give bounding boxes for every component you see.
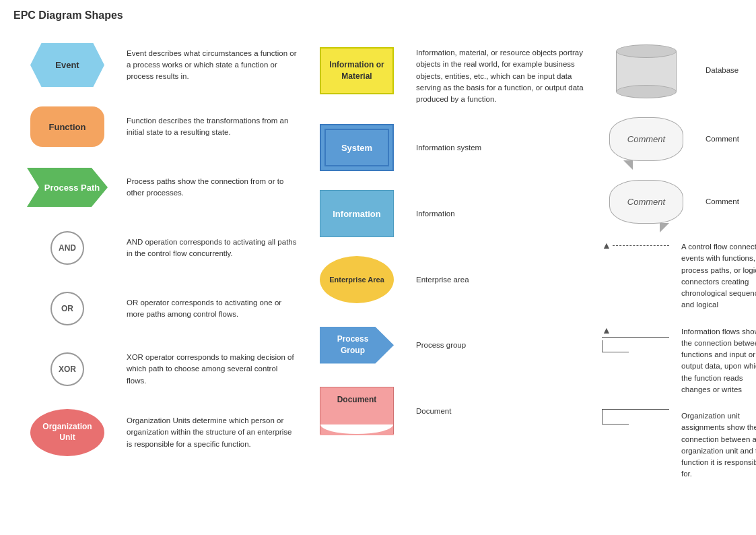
function-row: Function Function describes the transfor… — [13, 96, 303, 157]
db-top — [616, 44, 677, 58]
ou-bracket-left — [602, 410, 629, 424]
event-shape: Event — [30, 43, 104, 87]
infomaterial-desc: Information, material, or resource objec… — [411, 47, 587, 105]
db-bottom — [616, 85, 677, 98]
function-shape-cell: Function — [13, 106, 121, 147]
system-shape-cell: System — [303, 124, 411, 171]
document-label: Document — [320, 395, 394, 404]
comment1-shape: Comment — [609, 117, 683, 161]
or-row: OR OR operator corresponds to activating… — [13, 278, 303, 339]
document-row: Document Document — [303, 377, 592, 445]
comment1-row: Comment Comment — [592, 108, 756, 170]
document-shape-cell: Document — [303, 387, 411, 435]
event-desc: Event describes what circumstances a fun… — [121, 48, 298, 83]
infoflow-shape-cell: ▲ — [595, 325, 676, 352]
orgunit-desc: Organization Units determine which perso… — [121, 415, 298, 450]
comment1-label: Comment — [627, 134, 665, 144]
controlflow-row: ▲ A control flow connects events with fu… — [592, 233, 756, 318]
and-desc: AND operation corresponds to activating … — [121, 237, 298, 260]
enterprise-label: Enterprise Area — [329, 275, 384, 284]
xor-label: XOR — [59, 365, 76, 374]
enterprise-shape: Enterprise Area — [320, 256, 394, 303]
cf-dashed-line — [613, 245, 669, 246]
orgflow-shape — [602, 409, 669, 424]
comment1-shape-cell: Comment — [592, 117, 700, 161]
document-desc: Document — [411, 406, 587, 417]
information-desc: Information — [411, 208, 587, 220]
database-row: Database — [592, 34, 756, 108]
system-row: System Information system — [303, 115, 592, 181]
orgunit-label: Organization Unit — [36, 422, 99, 443]
database-shape-cell — [592, 44, 700, 98]
processpath-label: Process Path — [44, 183, 100, 193]
or-desc: OR operator corresponds to activating on… — [121, 297, 298, 321]
processpath-desc: Process paths show the connection from o… — [121, 176, 298, 199]
enterprise-shape-cell: Enterprise Area — [303, 256, 411, 303]
infomaterial-shape: Information or Material — [320, 47, 394, 94]
processpath-row: Process Path Process paths show the conn… — [13, 157, 303, 218]
enterprise-row: Enterprise Area Enterprise area — [303, 247, 592, 313]
xor-desc: XOR operator corresponds to making decis… — [121, 352, 298, 387]
controlflow-shape: ▲ — [602, 240, 669, 251]
system-desc: Information system — [411, 142, 587, 154]
if-solid-line — [602, 337, 669, 338]
comment2-label: Comment — [627, 197, 665, 207]
comment2-shape: Comment — [609, 180, 683, 224]
infomaterial-label: Information or Material — [329, 59, 384, 82]
and-shape-cell: AND — [13, 231, 121, 265]
information-shape-cell: Information — [303, 190, 411, 237]
and-row: AND AND operation corresponds to activat… — [13, 218, 303, 278]
comment2-row: Comment Comment — [592, 170, 756, 233]
xor-shape-cell: XOR — [13, 352, 121, 386]
database-shape — [609, 44, 683, 98]
infomaterial-shape-cell: Information or Material — [303, 47, 411, 94]
system-inner: System — [324, 129, 389, 166]
if-bracket — [602, 340, 669, 352]
system-label: System — [341, 143, 372, 153]
orgunit-shape: Organization Unit — [30, 409, 104, 456]
comment2-shape-cell: Comment — [592, 180, 700, 224]
xor-row: XOR XOR operator corresponds to making d… — [13, 339, 303, 400]
event-label: Event — [55, 60, 79, 70]
orgflow-row: Organization unit assignments show the c… — [592, 402, 756, 487]
infoflow-desc: Information flows show the connection be… — [676, 325, 756, 396]
processgroup-shape: Process Group — [320, 322, 394, 368]
or-shape-cell: OR — [13, 292, 121, 325]
orgflow-desc: Organization unit assignments show the c… — [676, 409, 756, 480]
processgroup-desc: Process group — [411, 340, 587, 351]
information-label: Information — [333, 209, 381, 219]
or-label: OR — [61, 304, 73, 313]
page-title: EPC Diagram Shapes — [0, 0, 756, 27]
orgunit-shape-cell: Organization Unit — [13, 409, 121, 456]
and-shape: AND — [50, 231, 84, 265]
controlflow-shape-cell: ▲ — [595, 240, 676, 251]
xor-shape: XOR — [50, 352, 84, 386]
infomaterial-row: Information or Material Information, mat… — [303, 34, 592, 115]
processgroup-shape-cell: Process Group — [303, 322, 411, 368]
infoflow-shape: ▲ — [602, 325, 669, 352]
column-1: Event Event describes what circumstances… — [13, 34, 303, 487]
function-desc: Function describes the transformations f… — [121, 115, 298, 139]
and-label: AND — [59, 243, 76, 253]
information-row: Information Information — [303, 181, 592, 247]
processpath-shape-cell: Process Path — [13, 168, 121, 207]
orgflow-shape-cell — [595, 409, 676, 424]
column-2: Information or Material Information, mat… — [303, 34, 592, 487]
document-body — [320, 387, 394, 426]
main-grid: Event Event describes what circumstances… — [0, 27, 756, 494]
event-row: Event Event describes what circumstances… — [13, 34, 303, 96]
if-arrow-icon: ▲ — [602, 325, 669, 336]
cf-arrow-icon: ▲ — [602, 240, 611, 251]
if-bracket-left — [602, 340, 629, 352]
information-shape: Information — [320, 190, 394, 237]
comment2-sidelabel: Comment — [700, 196, 756, 208]
ou-bracket — [602, 410, 669, 424]
infoflow-row: ▲ Information flows show the connection … — [592, 318, 756, 403]
event-shape-cell: Event — [13, 43, 121, 87]
system-shape: System — [320, 124, 394, 171]
enterprise-desc: Enterprise area — [411, 274, 587, 286]
processgroup-label: Process Group — [337, 334, 369, 356]
database-sidelabel: Database — [700, 44, 756, 76]
processgroup-row: Process Group Process group — [303, 313, 592, 377]
column-3: Database Comment Comment Comment Comment — [592, 34, 756, 487]
